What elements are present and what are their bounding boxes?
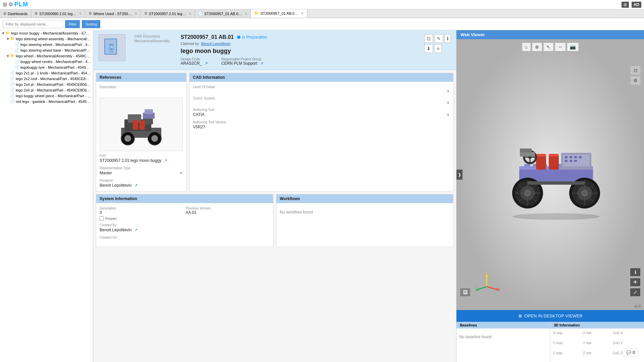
filter-button[interactable]: Filter [65,20,80,28]
tree-item[interactable]: 📄lego steering wheel - Mechanical/Part -… [0,42,93,47]
viewer-image-btn[interactable]: 🖼 [460,288,471,297]
tab-where-used[interactable]: ⚙ Where Used - ST200… ✕ [85,9,141,18]
tree-node-icon: 📄 [15,42,19,47]
tree-item[interactable]: 📄legobuggy tyre - Mechanical/Part - 4549… [0,64,93,70]
tab1-icon: ⚙ [35,11,38,16]
action-btn-info[interactable]: ℹ [444,34,451,43]
viewer-3d-btn-1[interactable]: ⊡ [630,66,641,75]
tab-st2000957-leg[interactable]: ⚙ ST2000957 2.01 leg… ✕ [141,9,195,18]
tree-item[interactable]: 📄lego buggy wheel piece - Mechanical/Par… [0,93,93,99]
user-button[interactable]: AD [632,2,641,8]
open-desktop-viewer-btn[interactable]: 🖥 OPEN IN DESKTOP VIEWER [457,310,644,322]
svg-rect-63 [520,148,532,153]
tree-item[interactable]: 📄red lego - gastank - Mechanical/Part - … [0,99,93,104]
viewer-home-btn[interactable]: ⌂ [522,43,531,51]
part-link-icon[interactable]: ↗ [164,158,167,163]
tab4-label: ST2000957_01 AB.0… [204,12,242,16]
sys-fields: Generation 3 Previous Version AA.01 [100,206,270,215]
layout-button[interactable]: ⊞ [622,2,629,8]
tree-item-label: lego steering wheel - Mechanical/Part - … [20,43,92,47]
cog-y-label: CoG Y [613,341,641,345]
system-info-body: Generation 3 Previous Version AA.01 Froz… [96,203,273,247]
viewer-3d-btn-2[interactable]: ⚙ [630,76,641,85]
viewer-zoom-btn[interactable]: ⊕ [532,43,542,51]
authoring-tool-dropdown-icon[interactable]: ▼ [446,113,450,117]
tab3-close-icon[interactable]: ✕ [189,12,191,15]
frozen-checkbox[interactable] [100,216,104,221]
tabs-bar: ⊞ Dashboards ⚙ ST2000960 2.01 leg… ✕ ⚙ W… [0,9,644,18]
viewer-bottom-btns: ℹ 👁 ⤢ [630,268,641,297]
tab-st2000957-doc[interactable]: 📄 ST2000957_01 AB.0… ✕ [195,9,251,18]
bottom-panels: System Information Generation 3 Previous… [93,194,456,250]
tree-node-icon: 📄 [10,71,15,75]
right-bottom-panels: Baselines No baseline found 3D Informati… [457,322,644,362]
coord-dropdown-icon[interactable]: ▼ [446,101,450,105]
tab2-label: Where Used - ST200… [93,12,131,16]
claimed-row: Claimed by Benoit Lepoittevin [180,42,419,46]
tree-item-label: legobuggy tyre - Mechanical/Part - 4549C… [20,65,92,69]
filter-input[interactable] [3,20,63,28]
viewer-camera-btn[interactable]: 📷 [567,43,579,51]
chat-badge[interactable]: 💬 0 [623,349,639,357]
svg-point-9 [124,135,131,142]
tree-item[interactable]: 📄lego 2x6 pl - Mechanical/Part - 4549CE8… [0,87,93,93]
designer-link-icon[interactable]: ↗ [134,183,138,188]
viewer-rotate-btn[interactable]: ↔ [555,43,566,51]
action-btn-grid[interactable]: ⊡ [424,34,433,43]
tree-expand-icon[interactable]: ▼ [6,37,10,41]
project-group-link-icon[interactable]: ↗ [260,61,263,66]
action-btn-edit[interactable]: ✎ [434,34,443,43]
designer-field: Designer Benoit Lepoittevin ↗ [100,179,183,188]
design-code-link-icon[interactable]: ↗ [205,61,208,66]
tree-item-label: red lego - gastank - Mechanical/Part - 4… [16,100,92,104]
svg-rect-62 [520,152,535,157]
svg-text:Z: Z [475,287,477,290]
thumbnail-area [100,98,183,151]
viewer-eye-btn[interactable]: 👁 [630,278,641,287]
tree-item[interactable]: ▼📁lego moon buggy - Mechanical/Assembly … [0,30,93,36]
tree-expand-icon[interactable]: ▼ [1,31,5,35]
claimed-by-link[interactable]: Benoit Lepoittevin [201,42,230,46]
rep-type-dropdown-icon[interactable]: ▼ [179,171,183,175]
monitor-icon: 🖥 [518,313,522,318]
z-min-label: Z min [583,351,611,355]
tree-item[interactable]: ▼📁lego wheel - Mechanical/Assembly - 454… [0,53,93,59]
action-btn-download[interactable]: ⬇ [424,44,433,53]
created-by-link-icon[interactable]: ↗ [134,228,138,232]
tab4-close-icon[interactable]: ✕ [245,12,247,15]
design-code-field: Design Code ARAS2CR_ ↗ [180,57,208,66]
tab1-close-icon[interactable]: ✕ [79,12,82,15]
lego-3d-model [499,128,613,222]
part-field: Part ST2000957 2.01 lego moon buggy ↗ [100,154,183,163]
tree-item[interactable]: 📄lego 2x2 roof - Mechanical/Part - 4549C… [0,76,93,81]
tab5-close-icon[interactable]: ✕ [301,11,304,15]
sort-button[interactable]: Sorting [82,20,100,28]
viewer-select-btn[interactable]: ↖ [543,43,553,51]
svg-rect-13 [133,120,138,130]
tab-st2000957-ab[interactable]: 📁 ST2000957_01 AB.0… ✕ [251,9,307,18]
lod-dropdown-icon[interactable]: ▼ [446,89,450,93]
tree-panel: ▼📁lego moon buggy - Mechanical/Assembly … [0,30,93,362]
tab-dashboards[interactable]: ⊞ Dashboards [0,9,31,18]
top-bar-right: ⊞ AD [622,2,641,8]
viewer-info-btn[interactable]: ℹ [630,268,641,277]
tree-node-icon: 📄 [15,48,19,52]
tree-item-label: buggy wheel centre - Mechanical/Part - 4… [20,60,92,64]
tree-item[interactable]: 📄lego 2x4 pl - Mechanical/Part - 4549CE8… [0,81,93,87]
tab2-close-icon[interactable]: ✕ [135,12,137,15]
tree-item[interactable]: 📄lego steering wheel base - Mechanical/P… [0,47,93,53]
workflows-no-content: No workflow found [280,206,450,218]
tree-item[interactable]: 📄buggy wheel centre - Mechanical/Part - … [0,59,93,64]
cad-info-panel-header: CAD Information [190,73,453,82]
tree-expand-icon[interactable]: ▼ [6,54,10,58]
viewer-collapse-btn[interactable]: ❯ [457,170,463,180]
tree-item[interactable]: ▼📁lego steering wheel assembly - Mechani… [0,36,93,42]
item-id: ST2000957_01 AB.01 [180,34,234,40]
action-btn-list[interactable]: ≡ [434,44,442,53]
tab-st2000960[interactable]: ⚙ ST2000960 2.01 leg… ✕ [31,9,85,18]
tree-item[interactable]: 📄lego 2x1 pl - 1 knob - Mechanical/Part … [0,70,93,76]
item-header-info: ST2000957_01 AB.01 In Preparation Claime… [180,34,419,66]
viewer-expand-btn[interactable]: ⤢ [630,288,641,297]
viewer-area: ⌂ ⊕ ↖ ↔ 📷 ⊡ ⚙ ❯ ℹ 👁 ⤢ 🖼 [457,39,644,310]
svg-text:X: X [498,287,500,291]
